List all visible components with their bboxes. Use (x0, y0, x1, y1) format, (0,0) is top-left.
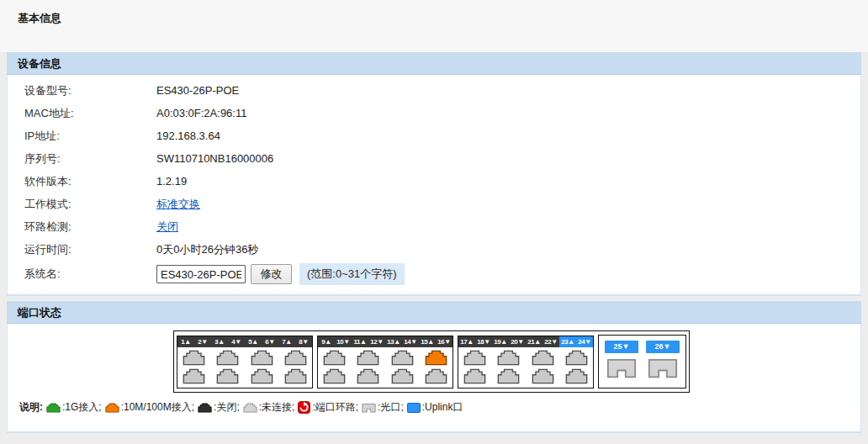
port-13-icon (391, 350, 414, 366)
loop-alert-icon (298, 401, 310, 414)
sfp-port-26: 26▼ (646, 341, 680, 383)
port-14-icon (391, 368, 414, 384)
port-10-icon (323, 368, 346, 384)
port-5-icon (251, 350, 273, 366)
rj45-port-icon (46, 403, 61, 413)
system-name-hint: (范围:0~31个字符) (299, 263, 405, 285)
port-label-18: 18▼ (475, 336, 492, 347)
legend-item-text: :1G接入; (62, 400, 102, 415)
port-label-23: 23▲ (559, 336, 576, 347)
main-panel: 设备信息 设备型号: ES430-26P-POE MAC地址: A0:03:0F… (7, 52, 861, 433)
port-17-icon (463, 350, 486, 366)
port-label-2: 2▼ (194, 336, 211, 347)
rj45-port-icon (243, 403, 257, 413)
legend-title: 说明: (19, 400, 43, 415)
port-7-icon (284, 350, 307, 366)
software-version-value: 1.2.19 (156, 175, 187, 188)
software-version-label: 软件版本: (24, 174, 156, 189)
port-4-icon (216, 368, 239, 384)
port-label-25: 25▼ (605, 341, 638, 353)
mac-address-label: MAC地址: (24, 106, 156, 121)
port-label-4: 4▼ (228, 336, 245, 347)
port-label-20: 20▼ (509, 336, 526, 347)
legend-item-text: :未连接; (259, 400, 295, 415)
port-label-15: 15▲ (419, 336, 436, 347)
legend-item: :光口; (362, 400, 404, 415)
port-label-24: 24▼ (576, 336, 593, 347)
port-label-7: 7▲ (278, 336, 295, 347)
port-9-icon (323, 350, 346, 366)
uptime-value: 0天0小时26分钟36秒 (156, 242, 258, 257)
loop-detect-label: 环路检测: (24, 219, 156, 235)
legend-item: :关闭; (198, 400, 240, 415)
page-title: 基本信息 (18, 12, 61, 24)
ip-address-value: 192.168.3.64 (156, 130, 220, 142)
port-22-icon (532, 368, 554, 384)
legend-item-text: :关闭; (214, 400, 240, 415)
legend-item: :未连接; (243, 400, 295, 415)
sfp-port-25: 25▼ (605, 341, 638, 383)
device-info-section-body: 设备型号: ES430-26P-POE MAC地址: A0:03:0F:2A:9… (7, 75, 861, 296)
port-label-21: 21▲ (526, 336, 542, 347)
legend-item-text: :Uplink口 (422, 400, 463, 415)
serial-number-value: SW110710NB16000006 (156, 152, 273, 165)
ip-address-label: IP地址: (24, 129, 156, 144)
port-status-section-body: 1▲2▼3▲4▼5▲6▼7▲8▼9▲10▼11▲12▼13▲14▼15▲16▼1… (7, 324, 861, 433)
uplink-port-icon (407, 403, 421, 413)
row-software-version: 软件版本: 1.2.19 (8, 170, 860, 193)
port-group: 17▲18▼19▲20▼21▲22▼23▲24▼ (458, 336, 594, 388)
legend-item: :端口环路; (298, 400, 358, 415)
port-status-section-header: 端口状态 (7, 301, 861, 324)
port-label-12: 12▼ (368, 336, 385, 347)
port-group: 1▲2▼3▲4▼5▲6▼7▲8▼ (177, 336, 313, 388)
port-label-1: 1▲ (177, 336, 194, 347)
sfp-port-icon (648, 357, 678, 383)
mac-address-value: A0:03:0F:2A:96:11 (156, 107, 246, 119)
rj45-port-icon (198, 403, 212, 413)
port-label-22: 22▼ (542, 336, 559, 347)
device-model-value: ES430-26P-POE (156, 84, 239, 97)
fiber-port-icon (362, 403, 376, 413)
loop-detect-link[interactable]: 关闭 (156, 219, 178, 235)
row-work-mode: 工作模式: 标准交换 (8, 193, 860, 215)
row-system-name: 系统名: 修改 (范围:0~31个字符) (8, 261, 860, 288)
row-ip-address: IP地址: 192.168.3.64 (8, 124, 860, 147)
port-15-icon (425, 350, 447, 366)
port-16-icon (425, 368, 447, 384)
work-mode-label: 工作模式: (24, 197, 156, 212)
port-18-icon (463, 368, 486, 384)
port-label-26: 26▼ (646, 341, 680, 353)
device-model-label: 设备型号: (24, 83, 156, 98)
port-20-icon (497, 368, 520, 384)
port-label-5: 5▲ (245, 336, 262, 347)
uptime-label: 运行时间: (24, 242, 156, 257)
row-serial-number: 序列号: SW110710NB16000006 (8, 147, 860, 170)
legend-item: :10M/100M接入; (105, 400, 194, 415)
port-label-3: 3▲ (211, 336, 228, 347)
legend-item: :Uplink口 (407, 400, 463, 415)
port-1-icon (183, 350, 205, 366)
legend-item-text: :光口; (378, 400, 404, 415)
port-label-17: 17▲ (458, 336, 475, 347)
port-24-icon (565, 368, 588, 384)
port-8-icon (284, 368, 307, 384)
work-mode-link[interactable]: 标准交换 (156, 197, 200, 212)
sfp-port-icon (606, 357, 637, 383)
legend-item-text: :端口环路; (312, 400, 358, 415)
port-label-6: 6▼ (262, 336, 278, 347)
row-uptime: 运行时间: 0天0小时26分钟36秒 (8, 238, 860, 261)
sfp-port-group: 25▼26▼ (598, 335, 686, 388)
serial-number-label: 序列号: (24, 151, 156, 166)
rj45-port-icon (105, 403, 119, 413)
port-19-icon (497, 350, 520, 366)
system-name-input[interactable] (156, 265, 246, 283)
port-label-9: 9▲ (318, 336, 335, 347)
legend-item-text: :10M/100M接入; (121, 400, 194, 415)
port-6-icon (251, 368, 273, 384)
port-label-10: 10▼ (335, 336, 352, 347)
port-23-icon (565, 350, 588, 366)
port-panel: 1▲2▼3▲4▼5▲6▼7▲8▼9▲10▼11▲12▼13▲14▼15▲16▼1… (173, 330, 690, 393)
system-name-label: 系统名: (24, 267, 156, 282)
page-header: 基本信息 (0, 0, 868, 52)
modify-button[interactable]: 修改 (251, 264, 292, 284)
